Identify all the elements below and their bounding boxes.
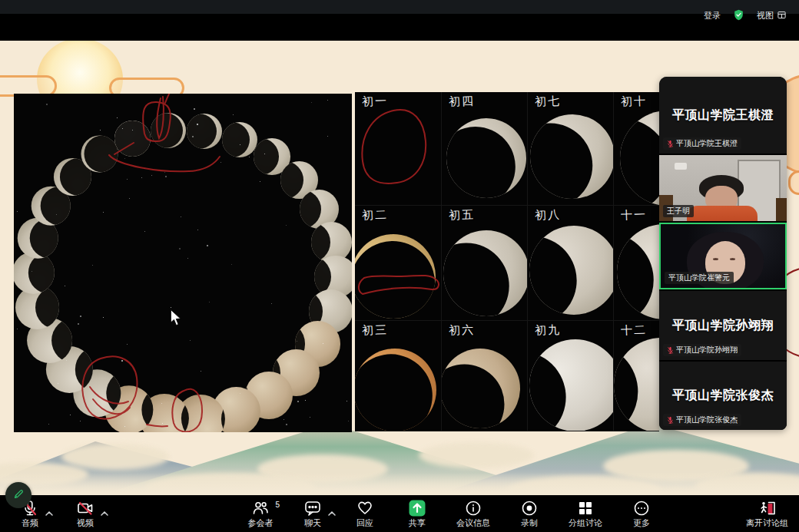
lunar-day-label: 初五 — [449, 207, 476, 223]
toolbar-item-video[interactable]: 视频 — [69, 499, 101, 529]
moon-photo — [442, 102, 528, 206]
toolbar-item-more[interactable]: 更多 — [625, 499, 658, 529]
moon-photo — [442, 332, 528, 431]
info-icon — [464, 499, 482, 517]
shared-moon-grid-image: 初一初四初七初十初二初五初八十一初三初六初九十二 — [355, 92, 659, 431]
chevron-up-icon[interactable] — [101, 505, 108, 519]
mic-muted-icon — [667, 416, 674, 425]
moon-grid-cell: 初八 — [528, 206, 614, 321]
moon-photo — [355, 230, 439, 321]
lunar-day-label: 初二 — [362, 207, 389, 223]
moon-grid-cell: 十一 — [614, 206, 659, 321]
moon-photo — [528, 331, 614, 431]
login-label: 登录 — [704, 10, 721, 21]
toolbar-item-leave[interactable]: 离开讨论组 — [743, 499, 791, 529]
toolbar-item-label: 离开讨论组 — [746, 517, 788, 529]
participant-display-name: 平顶山学院王棋澄 — [672, 107, 774, 124]
toolbar-item-share[interactable]: 共享 — [401, 499, 433, 529]
participant-name-tag: 平顶山学院崔警元 — [665, 272, 734, 284]
mic-muted-icon — [667, 140, 674, 148]
login-button[interactable]: 登录 — [704, 10, 721, 21]
moon-grid-cell: 初三 — [355, 321, 442, 431]
moon-photo — [614, 103, 659, 206]
participant-display-name: 平顶山学院孙翊翔 — [672, 318, 774, 334]
participants-icon — [251, 499, 270, 517]
name-tag-text: 平顶山学院孙翊翔 — [676, 345, 738, 355]
lunar-day-label: 初九 — [535, 322, 562, 338]
record-icon — [520, 499, 539, 517]
toolbar-item-meeting-info[interactable]: 会议信息 — [453, 499, 493, 529]
participant-video-tile[interactable]: 王子明 — [659, 155, 787, 221]
layout-grid-icon — [777, 10, 787, 21]
participants-panel: 平顶山学院王棋澄平顶山学院王棋澄 王子明 平顶山学院崔警元平顶山学院孙翊翔平顶山… — [659, 77, 787, 430]
participants-count-badge: 5 — [275, 501, 280, 509]
toolbar-item-label: 分组讨论 — [569, 517, 602, 529]
lunar-day-label: 十二 — [621, 322, 648, 338]
toolbar-item-record[interactable]: 录制 — [513, 499, 545, 529]
lunar-day-label: 初八 — [535, 207, 562, 223]
heart-icon — [356, 499, 374, 517]
toolbar-item-label: 回应 — [356, 517, 373, 529]
moon-photo — [151, 113, 186, 148]
view-button[interactable]: 视图 — [757, 10, 787, 21]
chevron-up-icon[interactable] — [45, 505, 53, 519]
lunar-day-label: 初六 — [449, 322, 476, 338]
moon-photo — [442, 214, 528, 321]
peach-cloud-illustration — [788, 170, 799, 195]
moon-grid-cell: 初九 — [528, 321, 614, 431]
name-tag-text: 王子明 — [667, 206, 690, 216]
participant-video-tile[interactable]: 平顶山学院崔警元 — [659, 223, 787, 289]
toolbar-item-reactions[interactable]: 回应 — [349, 499, 381, 529]
moon-grid-cell: 初五 — [442, 206, 528, 321]
mic-muted-icon — [667, 346, 674, 355]
window-title-bar — [0, 0, 799, 14]
moon-grid-cell: 十二 — [614, 321, 659, 431]
name-tag-text: 平顶山学院张俊杰 — [676, 415, 738, 425]
share-up-icon — [408, 499, 426, 517]
moon-photo — [187, 114, 222, 149]
mist-band — [0, 473, 799, 496]
toolbar-item-label: 参会者 — [248, 517, 274, 529]
mouse-cursor — [170, 309, 182, 329]
moon-photo — [222, 122, 258, 158]
moon-photo — [81, 136, 118, 173]
toolbar-item-chat[interactable]: 聊天 — [297, 499, 329, 529]
top-black-strip — [0, 14, 799, 41]
toolbar-item-label: 共享 — [409, 517, 426, 529]
participant-name-tile[interactable]: 平顶山学院王棋澄平顶山学院王棋澄 — [659, 77, 787, 154]
leave-door-icon — [758, 499, 777, 517]
chat-icon — [303, 499, 322, 517]
more-icon — [632, 499, 651, 517]
participant-name-tag: 平顶山学院孙翊翔 — [663, 344, 741, 356]
toolbar-center-group: 5参会者聊天回应共享会议信息录制分组讨论更多 — [244, 495, 658, 532]
moon-photo — [614, 334, 659, 431]
lunar-day-label: 初四 — [449, 94, 476, 109]
participant-name-tag: 平顶山学院张俊杰 — [663, 414, 741, 426]
toolbar-item-label: 聊天 — [304, 517, 321, 529]
participant-name-tile[interactable]: 平顶山学院孙翊翔平顶山学院孙翊翔 — [659, 291, 787, 360]
security-button[interactable] — [732, 8, 745, 23]
toolbar-right-group: 离开讨论组 — [743, 495, 791, 532]
toolbar-item-breakout[interactable]: 分组讨论 — [565, 499, 605, 529]
chevron-up-icon[interactable] — [328, 505, 336, 519]
moon-photo — [614, 218, 659, 321]
moon-photo — [528, 101, 614, 206]
participant-name-tile[interactable]: 平顶山学院张俊杰平顶山学院张俊杰 — [659, 362, 787, 430]
top-right-controls: 登录 视图 — [704, 8, 787, 23]
moon-grid-cell: 初四 — [442, 92, 528, 206]
moon-photo — [355, 332, 442, 431]
camera-off-icon — [76, 499, 94, 517]
moon-grid-cell: 初十 — [614, 92, 659, 206]
shield-check-icon — [732, 8, 745, 23]
toolbar-item-label: 录制 — [521, 517, 538, 529]
moon-photo — [114, 121, 151, 157]
moon-grid-cells: 初一初四初七初十初二初五初八十一初三初六初九十二 — [355, 92, 659, 431]
moon-grid-cell: 初六 — [442, 321, 528, 431]
lunar-day-label: 十一 — [621, 207, 648, 223]
name-tag-text: 平顶山学院崔警元 — [668, 273, 730, 283]
lunar-day-label: 初一 — [362, 94, 389, 109]
name-tag-text: 平顶山学院王棋澄 — [676, 138, 738, 149]
annotation-tool-button[interactable] — [5, 482, 31, 508]
toolbar-item-participants[interactable]: 5参会者 — [244, 499, 277, 529]
toolbar-item-label: 视频 — [77, 517, 94, 529]
